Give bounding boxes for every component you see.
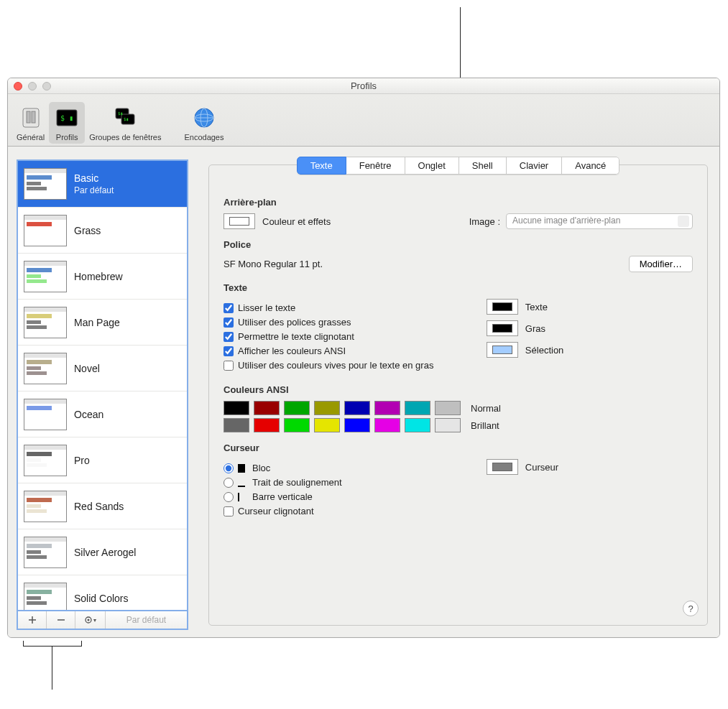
cursor-blink-check[interactable]: Curseur clignotant [224,506,451,516]
profile-row-novel[interactable]: Novel [18,345,187,391]
profile-thumbnail [24,537,67,568]
ansi-swatch-1-5[interactable] [374,418,400,432]
ansi-swatch-0-2[interactable] [284,401,310,415]
tab-clavier[interactable]: Clavier [507,157,562,175]
profile-row-solid-colors[interactable]: Solid Colors [18,575,187,611]
radio[interactable] [224,463,234,473]
radio-label: Barre verticale [252,491,313,502]
profile-thumbnail [24,261,67,292]
cursor-radio-0[interactable]: Bloc [224,463,451,473]
toolbar-profiles[interactable]: $ ▮ Profils [49,102,85,144]
titlebar[interactable]: Profils [8,78,719,94]
text-check-2[interactable]: Permettre le texte clignotant [224,331,451,342]
toolbar-encodings[interactable]: Encodages [180,102,228,144]
ansi-swatch-1-1[interactable] [254,418,280,432]
ansi-swatch-0-6[interactable] [405,401,430,415]
profile-row-red-sands[interactable]: Red Sands [18,483,187,529]
cursor-radio-2[interactable]: Barre verticale [224,491,451,502]
ansi-swatch-0-3[interactable] [314,401,340,415]
text-color-well-1[interactable] [487,320,518,336]
well-label: Texte [525,302,548,312]
text-color-well-0[interactable] [487,299,518,315]
ansi-swatch-1-2[interactable] [284,418,310,432]
checkbox[interactable] [224,303,234,313]
ansi-swatch-1-4[interactable] [344,418,370,432]
well-label: Gras [525,323,545,334]
ansi-swatch-0-4[interactable] [344,401,370,415]
globe-icon [190,104,218,131]
text-check-1[interactable]: Utiliser des polices grasses [224,317,451,328]
remove-button[interactable] [47,611,75,629]
window-title: Profils [8,80,719,91]
tab-group: TexteFenêtreOngletShellClavierAvancé [297,157,620,175]
profile-thumbnail [24,353,67,384]
ansi-swatch-0-0[interactable] [224,401,249,415]
tab-texte[interactable]: Texte [297,157,346,175]
ansi-swatch-1-7[interactable] [435,418,461,432]
text-color-well-2[interactable] [487,342,518,358]
radio[interactable] [224,492,234,502]
toolbar: Général $ ▮ Profils $▮$▮ Groupes de fenê… [8,94,719,147]
action-menu[interactable] [75,611,106,629]
checkbox[interactable] [224,318,234,328]
checkbox[interactable] [224,361,234,371]
profile-thumbnail [24,215,67,246]
tab-avancé[interactable]: Avancé [562,157,619,175]
svg-text:$▮: $▮ [118,111,123,116]
ansi-swatch-1-3[interactable] [314,418,340,432]
profile-thumbnail [24,445,67,476]
profile-row-basic[interactable]: BasicPar défaut [18,161,187,207]
profile-row-silver-aerogel[interactable]: Silver Aerogel [18,529,187,575]
ansi-swatch-1-0[interactable] [224,418,249,432]
profile-name: Basic [74,172,114,184]
tab-onglet[interactable]: Onglet [405,157,459,175]
profile-row-grass[interactable]: Grass [18,207,187,253]
checkbox[interactable] [224,332,234,342]
profile-name: Man Page [74,317,120,328]
toolbar-window-groups[interactable]: $▮$▮ Groupes de fenêtres [85,102,165,144]
gear-icon [84,616,97,624]
toolbar-label: Groupes de fenêtres [89,133,161,142]
ansi-swatch-0-5[interactable] [374,401,400,415]
cursor-radio-1[interactable]: Trait de soulignement [224,477,451,488]
radio[interactable] [224,478,234,488]
toolbar-label: Profils [56,133,78,142]
ansi-swatch-0-1[interactable] [254,401,280,415]
section-font: Police [224,239,693,250]
default-button[interactable]: Par défaut [106,611,187,629]
ansi-swatch-1-6[interactable] [405,418,430,432]
ansi-row-label: Normal [471,403,501,414]
radio-label: Bloc [252,463,270,473]
text-check-0[interactable]: Lisser le texte [224,302,451,313]
modify-font-button[interactable]: Modifier… [629,256,693,272]
toolbar-general[interactable]: Général [12,102,49,144]
ansi-row-label: Brillant [471,420,499,431]
section-ansi: Couleurs ANSI [224,384,693,395]
ansi-swatch-0-7[interactable] [435,401,461,415]
profile-row-homebrew[interactable]: Homebrew [18,253,187,299]
profile-name: Novel [74,363,100,374]
profile-row-ocean[interactable]: Ocean [18,391,187,437]
tab-shell[interactable]: Shell [459,157,507,175]
profile-name: Silver Aerogel [74,547,136,558]
svg-text:$▮: $▮ [124,116,129,121]
profile-name: Red Sands [74,501,124,512]
profile-row-man-page[interactable]: Man Page [18,299,187,345]
image-label: Image : [469,216,500,227]
profile-list[interactable]: BasicPar défautGrassHomebrewMan PageNove… [17,159,188,611]
checkbox[interactable] [224,506,234,516]
profile-sidebar: BasicPar défautGrassHomebrewMan PageNove… [8,147,197,637]
add-button[interactable] [18,611,47,629]
profile-thumbnail [24,168,67,200]
profile-row-pro[interactable]: Pro [18,437,187,483]
text-check-4[interactable]: Utiliser des couleurs vives pour le text… [224,360,451,371]
checkbox[interactable] [224,346,234,356]
chevron-updown-icon: ▲▼ [681,218,687,226]
cursor-color-well[interactable] [487,459,518,475]
help-button[interactable]: ? [683,601,699,616]
background-color-well[interactable] [224,213,255,229]
tab-fenêtre[interactable]: Fenêtre [346,157,405,175]
text-check-3[interactable]: Afficher les couleurs ANSI [224,346,451,356]
background-image-select[interactable]: Aucune image d'arrière-plan ▲▼ [506,213,693,229]
profile-list-footer: Par défaut [17,611,188,630]
